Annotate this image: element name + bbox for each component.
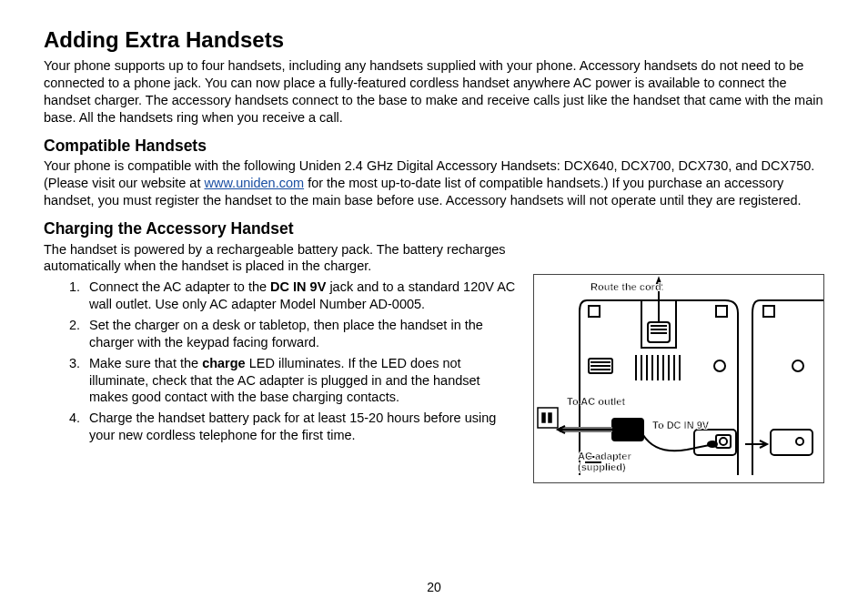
list-item: Set the charger on a desk or tabletop, t…: [84, 317, 517, 351]
svg-point-22: [720, 438, 727, 445]
compatible-paragraph: Your phone is compatible with the follow…: [44, 157, 824, 209]
charging-steps-list: Connect the AC adapter to the DC IN 9V j…: [84, 279, 517, 444]
svg-rect-29: [538, 408, 558, 428]
heading-adding-extra-handsets: Adding Extra Handsets: [44, 25, 824, 54]
route-cord-label: Route the cord.: [590, 280, 664, 293]
heading-charging-accessory-handset: Charging the Accessory Handset: [44, 218, 824, 239]
intro-paragraph: Your phone supports up to four handsets,…: [44, 57, 824, 126]
page-number: 20: [0, 579, 868, 595]
to-dc-in-9v-label: To DC IN 9V: [652, 419, 709, 431]
charger-diagram: Route the cord. To AC outlet To DC IN 9V…: [533, 274, 824, 483]
svg-rect-31: [549, 413, 551, 422]
list-item: Connect the AC adapter to the DC IN 9V j…: [84, 279, 517, 313]
step-text: Connect the AC adapter to the: [89, 279, 270, 294]
charge-label: charge: [202, 356, 246, 370]
step-text: Make sure that the: [89, 356, 202, 370]
supplied-label: (supplied): [578, 461, 626, 473]
uniden-link[interactable]: www.uniden.com: [205, 176, 305, 190]
list-item: Charge the handset battery pack for at l…: [84, 410, 517, 444]
svg-rect-30: [542, 413, 545, 422]
to-ac-outlet-label: To AC outlet: [567, 395, 625, 408]
svg-point-26: [792, 360, 803, 371]
svg-rect-27: [771, 430, 812, 455]
svg-rect-0: [589, 306, 600, 317]
svg-rect-32: [612, 419, 643, 441]
svg-point-33: [708, 441, 717, 447]
svg-rect-1: [716, 306, 727, 317]
heading-compatible-handsets: Compatible Handsets: [44, 136, 824, 157]
svg-point-19: [714, 360, 725, 371]
list-item: Make sure that the charge LED illuminate…: [84, 355, 517, 407]
svg-point-28: [796, 438, 803, 445]
dc-in-9v-label: DC IN 9V: [270, 279, 326, 294]
svg-rect-25: [763, 306, 774, 317]
charge-intro-paragraph: The handset is powered by a rechargeable…: [44, 241, 517, 276]
